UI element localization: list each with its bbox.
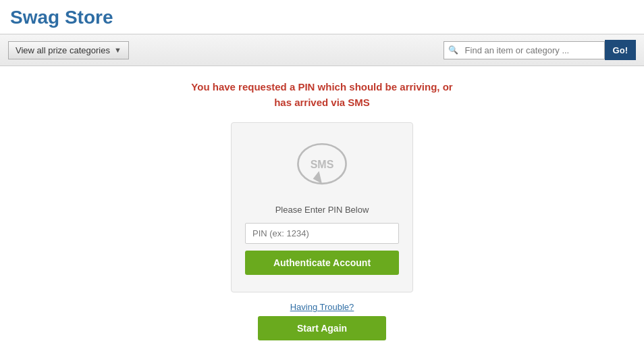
svg-text:SMS: SMS [311,159,334,170]
pin-input[interactable] [245,223,399,244]
start-again-button[interactable]: Start Again [258,316,386,340]
info-text-line1: You have requested a PIN which should be… [191,81,452,93]
dropdown-arrow-icon: ▼ [114,46,122,54]
page-header: Swag Store [0,0,644,34]
info-text: You have requested a PIN which should be… [191,80,452,110]
view-categories-label: View all prize categories [16,45,110,55]
go-button[interactable]: Go! [605,40,636,60]
nav-left: View all prize categories ▼ [8,41,129,59]
page-title: Swag Store [10,7,634,28]
search-magnify-icon: 🔍 [444,42,462,58]
search-input[interactable] [462,42,604,59]
having-trouble-link[interactable]: Having Trouble? [290,302,354,312]
nav-right: 🔍 Go! [444,40,636,60]
please-enter-label: Please Enter PIN Below [275,205,369,215]
sms-bubble-icon: SMS [292,140,352,194]
search-wrapper: 🔍 [444,41,605,59]
main-content: You have requested a PIN which should be… [0,66,644,354]
view-categories-button[interactable]: View all prize categories ▼ [8,41,129,59]
pin-card: SMS Please Enter PIN Below Authenticate … [231,122,413,292]
info-text-line2: has arrived via SMS [274,97,370,108]
navbar: View all prize categories ▼ 🔍 Go! [0,34,644,66]
authenticate-button[interactable]: Authenticate Account [245,251,399,275]
